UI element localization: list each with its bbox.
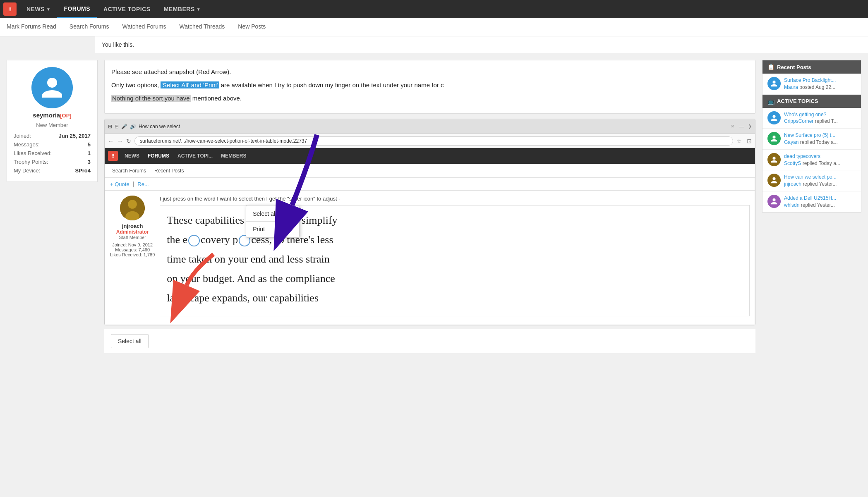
select-all-bar: Select all: [104, 329, 755, 353]
active-topics-title: ACTIVE TOPICS: [777, 98, 818, 104]
like-bar: You like this.: [95, 36, 868, 53]
sidebar-post-author-4: jnjroach replied Yester...: [784, 181, 837, 188]
inner-post-content: jnjroach Administrator Staff Member Join…: [105, 190, 755, 325]
stat-messages: Messages: 5: [14, 140, 91, 149]
recent-posts-title: Recent Posts: [777, 64, 811, 70]
quote-button[interactable]: + Quote: [110, 181, 129, 187]
inner-post-body: I just press on the word I want to selec…: [160, 196, 750, 320]
inner-browser-nav: !! NEWS FORUMS ACTIVE TOPI... MEMBERS: [105, 148, 755, 164]
inner-stat-messages: Messages: 7,460: [110, 247, 155, 252]
inner-subnav-search[interactable]: Search Forums: [108, 168, 150, 174]
select-all-button[interactable]: Select all: [111, 334, 149, 348]
subnav-watched-threads[interactable]: Watched Threads: [173, 18, 232, 36]
inner-stat-joined: Joined: Nov 9, 2012: [110, 242, 155, 247]
browser-mic-icon: 🎤: [121, 124, 127, 129]
subnav-new-posts[interactable]: New Posts: [231, 18, 272, 36]
sidebar-post-title-3[interactable]: dead typecovers: [784, 153, 840, 160]
avatar: [31, 67, 73, 108]
inner-nav-forums[interactable]: FORUMS: [144, 153, 173, 159]
browser-tab-icon: ⊞: [108, 124, 112, 129]
text-selection-demo-container: These capabilities intelligently simplif…: [160, 205, 750, 316]
inner-sub-nav: Search Forums Recent Posts: [105, 164, 755, 178]
active-topics-header: 📺 ACTIVE TOPICS: [762, 95, 861, 108]
nav-forums[interactable]: FORUMS: [57, 0, 97, 18]
sidebar-post-title-4[interactable]: How can we select po...: [784, 174, 837, 181]
inner-username: jnjroach: [110, 223, 155, 229]
inner-nav-news[interactable]: NEWS: [120, 153, 144, 159]
user-card: seymoria[OP] New Member Joined: Jun 25, …: [7, 60, 98, 182]
sidebar-post-1: Who's getting one? CrippsCorner replied …: [762, 108, 861, 129]
context-menu-divider: [246, 221, 299, 222]
browser-bookmark-icon[interactable]: ☆: [736, 138, 742, 144]
browser-speaker-icon: 🔊: [130, 124, 136, 129]
browser-tab-title: How can we select: [139, 124, 728, 129]
context-menu-overlay: Select all Print: [242, 205, 303, 241]
inner-subnav-recent-posts[interactable]: Recent Posts: [150, 168, 188, 174]
members-dropdown-arrow: ▼: [197, 7, 201, 12]
highlight-select-all-print: 'Select All' and 'Print': [161, 81, 219, 88]
sidebar-avatar-3: [767, 153, 781, 166]
sidebar-post-text-0: Surface Pro Backlight... Maura posted Au…: [784, 77, 836, 91]
main-content-area: seymoria[OP] New Member Joined: Jun 25, …: [0, 53, 868, 360]
inner-user-card: jnjroach Administrator Staff Member Join…: [110, 196, 155, 320]
inner-nav-members[interactable]: MEMBERS: [217, 153, 250, 159]
sub-navigation: Mark Forums Read Search Forums Watched F…: [0, 18, 868, 36]
sidebar-avatar-4: [767, 174, 781, 187]
sidebar-avatar-5: [767, 195, 781, 208]
sidebar-post-author-5: whlsdn replied Yester...: [784, 202, 836, 209]
highlight-nothing: Nothing of the sort you have: [111, 95, 191, 102]
active-topics-icon: 📺: [767, 98, 774, 105]
browser-close-button[interactable]: ✕: [731, 124, 734, 129]
browser-refresh-button[interactable]: ↻: [126, 138, 131, 144]
top-navigation: !! NEWS ▼ FORUMS ACTIVE TOPICS MEMBERS ▼: [0, 0, 868, 18]
sidebar-avatar-1: [767, 111, 781, 124]
subnav-watched-forums[interactable]: Watched Forums: [116, 18, 173, 36]
inner-logo: !!: [108, 151, 118, 161]
inner-user-avatar: [120, 196, 145, 220]
inner-nav-active-topics[interactable]: ACTIVE TOPI...: [173, 153, 217, 159]
browser-forward-button[interactable]: →: [117, 138, 123, 144]
news-dropdown-arrow: ▼: [46, 7, 50, 12]
sidebar-post-title-1[interactable]: Who's getting one?: [784, 111, 838, 118]
sidebar-post-2: New Surface pro (5) t... Gayan replied T…: [762, 129, 861, 150]
stat-likes: Likes Received: 1: [14, 149, 91, 158]
sidebar-post-text-1: Who's getting one? CrippsCorner replied …: [784, 111, 838, 125]
user-role: New Member: [36, 122, 68, 128]
inner-stat-likes: Likes Received: 1,789: [110, 252, 155, 257]
username: seymoria[OP]: [33, 112, 71, 119]
sidebar-post-3: dead typecovers ScottyS replied Today a.…: [762, 150, 861, 171]
user-stats: Joined: Jun 25, 2017 Messages: 5 Likes R…: [14, 131, 91, 175]
reply-button[interactable]: Re...: [137, 181, 149, 187]
quote-separator: |: [133, 181, 134, 187]
quote-action-bar: + Quote | Re...: [105, 178, 755, 190]
sidebar-post-text-5: Added a Dell U2515H... whlsdn replied Ye…: [784, 195, 836, 209]
stat-trophy: Trophy Points: 3: [14, 158, 91, 166]
browser-back-button[interactable]: ←: [108, 138, 114, 144]
nav-active-topics[interactable]: ACTIVE TOPICS: [97, 0, 157, 18]
sidebar-post-author-3: ScottyS replied Today a...: [784, 160, 840, 167]
sidebar-post-text-2: New Surface pro (5) t... Gayan replied T…: [784, 132, 838, 146]
sidebar-post-title-5[interactable]: Added a Dell U2515H...: [784, 195, 836, 202]
nav-members[interactable]: MEMBERS ▼: [157, 0, 207, 18]
post-area: Please see attached snapshot (Red Arrow)…: [104, 60, 755, 353]
stat-joined: Joined: Jun 25, 2017: [14, 131, 91, 140]
user-sidebar: seymoria[OP] New Member Joined: Jun 25, …: [7, 60, 98, 353]
context-menu-print[interactable]: Print: [246, 222, 299, 236]
context-menu-select-all[interactable]: Select all: [246, 207, 299, 220]
sidebar-post-0: Surface Pro Backlight... Maura posted Au…: [762, 74, 861, 95]
browser-minimize-icon: —: [739, 124, 744, 129]
right-sidebar: 📋 Recent Posts Surface Pro Backlight... …: [762, 60, 861, 353]
sidebar-post-title-0[interactable]: Surface Pro Backlight...: [784, 77, 836, 84]
subnav-search-forums[interactable]: Search Forums: [63, 18, 116, 36]
subnav-mark-forums-read[interactable]: Mark Forums Read: [7, 18, 63, 36]
browser-url-input[interactable]: surfaceforums.net/.../how-can-we-select-…: [134, 136, 733, 146]
sidebar-post-text-4: How can we select po... jnjroach replied…: [784, 174, 837, 188]
sidebar-avatar-0: [767, 77, 781, 90]
inner-user-role: Administrator: [110, 229, 155, 235]
sidebar-post-author-0: Maura posted Aug 22...: [784, 84, 836, 91]
context-menu: Select all Print: [246, 205, 300, 238]
sidebar-post-text-3: dead typecovers ScottyS replied Today a.…: [784, 153, 840, 167]
nav-news[interactable]: NEWS ▼: [20, 0, 57, 18]
recent-posts-header: 📋 Recent Posts: [762, 60, 861, 74]
sidebar-post-title-2[interactable]: New Surface pro (5) t...: [784, 132, 838, 139]
